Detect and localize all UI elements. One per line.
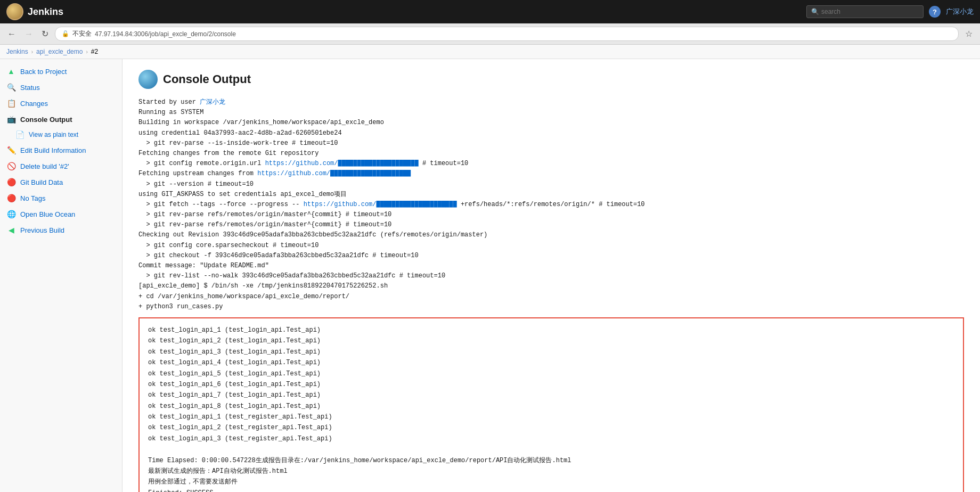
content-area: Console Output Started by user 广深小龙 Runn… xyxy=(123,59,980,492)
security-icon: 🔓 xyxy=(62,30,69,37)
breadcrumb-jenkins[interactable]: Jenkins xyxy=(6,48,28,55)
main-layout: ▲ Back to Project 🔍 Status 📋 Changes 📺 C… xyxy=(0,59,980,492)
back-icon: ▲ xyxy=(6,67,16,76)
sidebar-link-prev[interactable]: Previous Build xyxy=(20,226,64,234)
search-input[interactable] xyxy=(821,8,917,15)
console-output-text: Started by user 广深小龙 Running as SYSTEM B… xyxy=(138,97,964,312)
breadcrumb-sep-1: › xyxy=(31,49,33,55)
browser-chrome: ← → ↻ 🔓 不安全 47.97.194.84:3006/job/api_ex… xyxy=(0,23,980,45)
sidebar-item-status[interactable]: 🔍 Status xyxy=(0,79,122,95)
edit-icon: ✏️ xyxy=(6,145,16,155)
git-icon: 🔴 xyxy=(6,177,16,187)
user-link[interactable]: 广深小龙 xyxy=(200,99,225,106)
sidebar-item-git-build-data[interactable]: 🔴 Git Build Data xyxy=(0,174,122,190)
search-box[interactable]: 🔍 xyxy=(806,5,924,18)
user-name[interactable]: 广深小龙 xyxy=(946,7,974,17)
console-icon: 📺 xyxy=(6,114,16,124)
jenkins-title: Jenkins xyxy=(28,6,63,18)
security-label: 不安全 xyxy=(72,29,92,38)
sidebar-item-no-tags[interactable]: 🔴 No Tags xyxy=(0,190,122,206)
sidebar-item-changes[interactable]: 📋 Changes xyxy=(0,95,122,111)
globe-icon xyxy=(138,70,158,89)
breadcrumb-project[interactable]: api_excle_demo xyxy=(36,48,83,55)
ocean-icon: 🌐 xyxy=(6,209,16,219)
sidebar-label-console: Console Output xyxy=(20,116,72,124)
help-button[interactable]: ? xyxy=(929,6,941,18)
sidebar-item-console-output[interactable]: 📺 Console Output xyxy=(0,111,122,127)
breadcrumb-build: #2 xyxy=(91,48,98,55)
breadcrumb: Jenkins › api_excle_demo › #2 xyxy=(0,45,980,59)
sidebar-link-git[interactable]: Git Build Data xyxy=(20,178,63,186)
sidebar-item-view-plain-text[interactable]: 📄 View as plain text xyxy=(0,127,122,142)
address-bar[interactable]: 🔓 不安全 47.97.194.84:3006/job/api_excle_de… xyxy=(55,27,959,41)
result-box: ok test_login_api_1 (test_login_api.Test… xyxy=(138,317,964,492)
page-title: Console Output xyxy=(163,72,251,86)
sidebar-link-back[interactable]: Back to Project xyxy=(20,68,67,76)
topbar-left: Jenkins xyxy=(6,3,63,20)
topbar-right: 🔍 ? 广深小龙 xyxy=(806,5,974,18)
status-icon: 🔍 xyxy=(6,83,16,92)
sidebar-item-open-blue-ocean[interactable]: 🌐 Open Blue Ocean xyxy=(0,206,122,222)
topbar: Jenkins 🔍 ? 广深小龙 xyxy=(0,0,980,23)
page-title-row: Console Output xyxy=(138,70,964,89)
sidebar-link-status[interactable]: Status xyxy=(20,84,40,92)
jenkins-logo xyxy=(6,3,23,20)
back-button[interactable]: ← xyxy=(5,28,18,40)
github-link[interactable]: https://github.com/█████████████████████ xyxy=(257,170,411,177)
github-link[interactable]: https://github.com/█████████████████████ xyxy=(265,160,419,167)
forward-button[interactable]: → xyxy=(22,28,35,40)
prev-icon: ◀ xyxy=(6,225,16,235)
sidebar-item-delete-build[interactable]: 🚫 Delete build '#2' xyxy=(0,158,122,174)
delete-icon: 🚫 xyxy=(6,161,16,171)
sidebar-link-plain-text[interactable]: View as plain text xyxy=(29,131,78,138)
sidebar-link-delete[interactable]: Delete build '#2' xyxy=(20,162,69,170)
sidebar-item-back-to-project[interactable]: ▲ Back to Project xyxy=(0,63,122,79)
sidebar: ▲ Back to Project 🔍 Status 📋 Changes 📺 C… xyxy=(0,59,123,492)
bookmark-button[interactable]: ☆ xyxy=(963,28,975,40)
sidebar-link-ocean[interactable]: Open Blue Ocean xyxy=(20,210,75,218)
sidebar-link-no-tags[interactable]: No Tags xyxy=(20,194,45,202)
refresh-button[interactable]: ↻ xyxy=(39,28,51,40)
url-text: 47.97.194.84:3006/job/api_excle_demo/2/c… xyxy=(95,30,236,38)
sidebar-item-previous-build[interactable]: ◀ Previous Build xyxy=(0,222,122,238)
search-icon: 🔍 xyxy=(811,8,819,15)
jenkins-logo-image xyxy=(7,4,22,19)
plain-text-icon: 📄 xyxy=(15,130,24,140)
github-link[interactable]: https://github.com/█████████████████████ xyxy=(304,201,457,208)
sidebar-link-changes[interactable]: Changes xyxy=(20,100,48,108)
changes-icon: 📋 xyxy=(6,99,16,108)
breadcrumb-sep-2: › xyxy=(86,49,87,55)
sidebar-link-edit[interactable]: Edit Build Information xyxy=(20,146,86,154)
no-tags-icon: 🔴 xyxy=(6,193,16,203)
sidebar-item-edit-build-info[interactable]: ✏️ Edit Build Information xyxy=(0,142,122,158)
